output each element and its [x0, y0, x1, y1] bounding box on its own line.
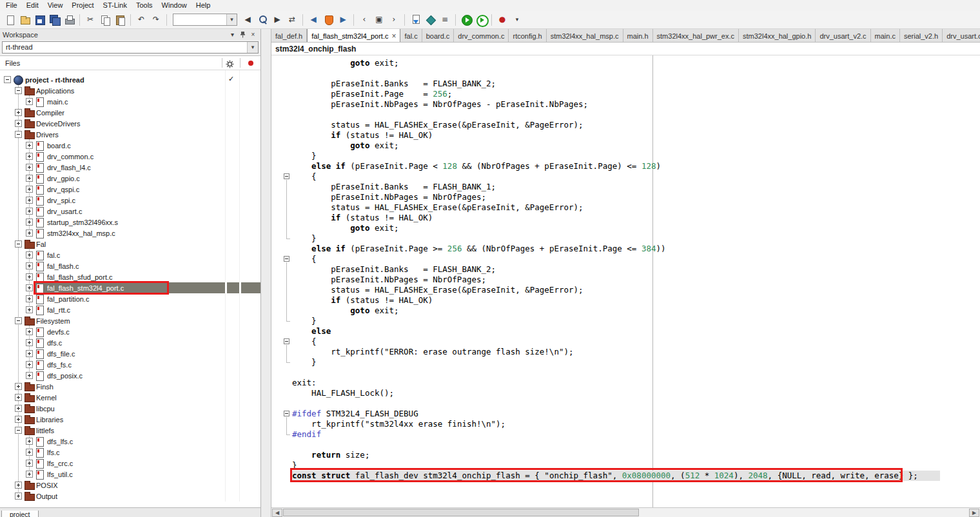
save-all-button[interactable]: [47, 13, 61, 27]
compile-button[interactable]: [408, 13, 422, 27]
next-bookmark-button[interactable]: ›: [387, 13, 401, 27]
expand-icon[interactable]: [15, 383, 22, 390]
code-line[interactable]: pEraseInit.NbPages = NbrOfPages;: [271, 275, 980, 285]
undo-button[interactable]: ↶: [134, 13, 148, 27]
breakpoint-toggle-button[interactable]: ●: [495, 13, 509, 27]
tree-item-posix[interactable]: POSIX: [0, 480, 260, 491]
paste-button[interactable]: [113, 13, 127, 27]
replace-button[interactable]: ⇄: [285, 13, 299, 27]
tree-item-compiler[interactable]: Compiler: [0, 107, 260, 118]
code-line[interactable]: }: [271, 357, 980, 367]
code-line[interactable]: goto exit;: [271, 223, 980, 233]
tree-item-littlefs[interactable]: littlefs: [0, 425, 260, 436]
expand-icon[interactable]: [26, 372, 33, 379]
menu-project[interactable]: Project: [67, 0, 98, 11]
expand-icon[interactable]: [15, 109, 22, 116]
code-line[interactable]: }: [271, 151, 980, 161]
debug-without-downloading-button[interactable]: [474, 13, 488, 27]
code-line[interactable]: status = HAL_FLASHEx_Erase(&pEraseInit, …: [271, 120, 980, 130]
open-file-button[interactable]: [17, 13, 32, 27]
expand-icon[interactable]: [26, 295, 33, 302]
expand-icon[interactable]: [26, 197, 33, 204]
fold-toggle[interactable]: [283, 337, 292, 347]
collapse-region-icon[interactable]: [284, 411, 289, 416]
batch-build-button[interactable]: ≡: [438, 13, 452, 27]
navigate-forward-button[interactable]: ▶: [336, 13, 350, 27]
find-previous-button[interactable]: ◀: [240, 13, 255, 27]
expand-icon[interactable]: [26, 460, 33, 467]
code-line[interactable]: {: [271, 337, 980, 347]
tree-item-fal[interactable]: Fal: [0, 239, 260, 249]
tree-item-fal-partition-c[interactable]: fal_partition.c: [0, 293, 260, 304]
tree-item-libcpu[interactable]: libcpu: [0, 403, 260, 414]
menu-tools[interactable]: Tools: [132, 0, 157, 11]
code-line[interactable]: {: [271, 171, 980, 182]
print-button[interactable]: [62, 13, 76, 27]
expand-icon[interactable]: [15, 482, 22, 489]
download-and-debug-button[interactable]: [459, 13, 473, 27]
code-line[interactable]: if (status != HAL_OK): [271, 130, 980, 141]
code-line[interactable]: rt_kprintf("stm32l4xx erase finish!\n");: [271, 419, 980, 429]
toggle-bookmark-button[interactable]: ▣: [372, 13, 386, 27]
find-button[interactable]: [255, 13, 270, 27]
tree-item-lfs-c[interactable]: lfs.c: [0, 447, 260, 458]
code-line[interactable]: #ifdef STM32L4_FLASH_DEBUG: [271, 409, 980, 419]
tree-item-libraries[interactable]: Libraries: [0, 414, 260, 425]
tree-item-fal-flash-stm32l4-port-c[interactable]: fal_flash_stm32l4_port.c: [0, 282, 260, 293]
code-line[interactable]: pEraseInit.NbPages = NbrOfPages - pErase…: [271, 99, 980, 110]
expand-icon[interactable]: [15, 493, 22, 500]
scroll-left-icon[interactable]: ◀: [272, 509, 282, 517]
tab-drv-common-c[interactable]: drv_common.c: [454, 29, 509, 43]
chevron-down-icon[interactable]: ▾: [247, 42, 258, 53]
code-line[interactable]: }: [271, 233, 980, 244]
tree-item-main-c[interactable]: main.c: [0, 96, 260, 107]
expand-icon[interactable]: [15, 405, 22, 412]
menu-edit[interactable]: Edit: [22, 0, 43, 11]
expand-icon[interactable]: [26, 306, 33, 313]
tree-item-dfs-lfs-c[interactable]: dfs_lfs.c: [0, 436, 260, 447]
tab-stm32l4xx-hal-pwr-ex-c[interactable]: stm32l4xx_hal_pwr_ex.c: [653, 29, 739, 43]
tab-stm32l4xx-hal-msp-c[interactable]: stm32l4xx_hal_msp.c: [547, 29, 623, 43]
expand-icon[interactable]: [26, 284, 33, 291]
expand-icon[interactable]: [26, 186, 33, 193]
tree-item-lfs-crc-c[interactable]: lfs_crc.c: [0, 458, 260, 469]
code-line[interactable]: status = HAL_FLASHEx_Erase(&pEraseInit, …: [271, 202, 980, 213]
tree-item-dfs-fs-c[interactable]: dfs_fs.c: [0, 359, 260, 370]
horizontal-scrollbar[interactable]: ◀ ▶: [271, 507, 980, 517]
scrollbar-thumb[interactable]: [283, 509, 639, 516]
code-line[interactable]: [271, 398, 980, 409]
tab-fal-def-h[interactable]: fal_def.h: [271, 29, 307, 43]
expand-icon[interactable]: [26, 361, 33, 368]
expand-icon[interactable]: [26, 328, 33, 335]
tab-board-c[interactable]: board.c: [422, 29, 455, 43]
expand-icon[interactable]: [26, 471, 33, 478]
copy-button[interactable]: [98, 13, 112, 27]
tree-item-devfs-c[interactable]: devfs.c: [0, 326, 260, 337]
code-line[interactable]: }: [271, 316, 980, 326]
code-line[interactable]: else if (pEraseInit.Page < 128 && (NbrOf…: [271, 161, 980, 171]
close-panel-icon[interactable]: ×: [248, 30, 258, 39]
code-line[interactable]: HAL_FLASH_Lock();: [271, 388, 980, 398]
expand-icon[interactable]: [26, 175, 33, 182]
expand-icon[interactable]: [26, 262, 33, 269]
search-combo-value[interactable]: [173, 14, 226, 25]
menu-help[interactable]: Help: [191, 0, 215, 11]
menu-view[interactable]: View: [43, 0, 68, 11]
code-line[interactable]: pEraseInit.Banks = FLASH_BANK_1;: [271, 182, 980, 192]
code-line[interactable]: else: [271, 326, 980, 337]
code-line[interactable]: pEraseInit.Banks = FLASH_BANK_2;: [271, 264, 980, 275]
fold-toggle[interactable]: [283, 409, 292, 419]
collapse-region-icon[interactable]: [284, 256, 289, 262]
menu-file[interactable]: File: [1, 0, 22, 11]
code-line[interactable]: goto exit;: [271, 306, 980, 316]
code-line[interactable]: goto exit;: [271, 58, 980, 68]
tree-item-drv-usart-c[interactable]: drv_usart.c: [0, 206, 260, 217]
code-editor[interactable]: goto exit; pEraseInit.Banks = FLASH_BANK…: [271, 55, 980, 507]
collapse-icon[interactable]: [15, 87, 22, 94]
expand-icon[interactable]: [26, 208, 33, 215]
tree-item-board-c[interactable]: board.c: [0, 140, 260, 151]
tab-fal-flash-stm32l4-port-c[interactable]: fal_flash_stm32l4_port.c×: [307, 29, 400, 43]
workspace-tab-project[interactable]: project: [1, 511, 39, 517]
expand-icon[interactable]: [26, 339, 33, 346]
st-link-button[interactable]: [321, 13, 335, 27]
